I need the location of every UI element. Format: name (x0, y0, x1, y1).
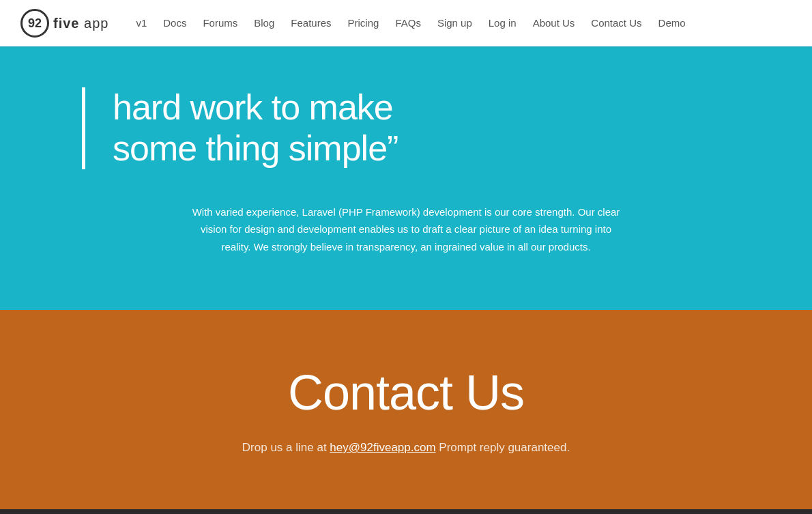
logo-text: five app (53, 16, 108, 31)
contact-section: Contact Us Drop us a line at hey@92fivea… (0, 310, 812, 509)
nav-item-about[interactable]: About Us (533, 17, 575, 29)
nav-item-v1[interactable]: v1 (136, 17, 147, 29)
hero-quote-line2: some thing simple” (113, 128, 669, 169)
navigation: 92 five app v1 Docs Forums Blog Features… (0, 0, 812, 46)
contact-subtitle-after: Prompt reply guaranteed. (436, 441, 570, 454)
nav-item-faqs[interactable]: FAQs (395, 17, 421, 29)
nav-item-forums[interactable]: Forums (203, 17, 237, 29)
hero-description: With varied experience, Laravel (PHP Fra… (174, 203, 638, 256)
hero-quote-line1: hard work to make (113, 87, 669, 128)
hero-section: hard work to make some thing simple” Wit… (0, 46, 812, 310)
nav-item-signup[interactable]: Sign up (437, 17, 472, 29)
nav-item-blog[interactable]: Blog (254, 17, 274, 29)
nav-item-features[interactable]: Features (291, 17, 331, 29)
hero-quote-block: hard work to make some thing simple” (82, 87, 696, 169)
footer: 92 five app f t g+ Docs Forums Blog Feat… (0, 509, 812, 514)
nav-links: v1 Docs Forums Blog Features Pricing FAQ… (136, 17, 685, 29)
contact-title: Contact Us (14, 365, 798, 420)
nav-item-contact[interactable]: Contact Us (591, 17, 641, 29)
nav-logo[interactable]: 92 five app (20, 9, 108, 38)
hero-quote-text: hard work to make some thing simple” (113, 87, 669, 169)
nav-item-demo[interactable]: Demo (658, 17, 686, 29)
nav-item-pricing[interactable]: Pricing (348, 17, 379, 29)
contact-email-link[interactable]: hey@92fiveapp.com (330, 441, 435, 454)
nav-item-docs[interactable]: Docs (163, 17, 186, 29)
nav-item-login[interactable]: Log in (489, 17, 517, 29)
logo-circle-icon: 92 (20, 9, 49, 38)
contact-subtitle-before: Drop us a line at (242, 441, 330, 454)
contact-subtitle: Drop us a line at hey@92fiveapp.com Prom… (14, 441, 798, 455)
